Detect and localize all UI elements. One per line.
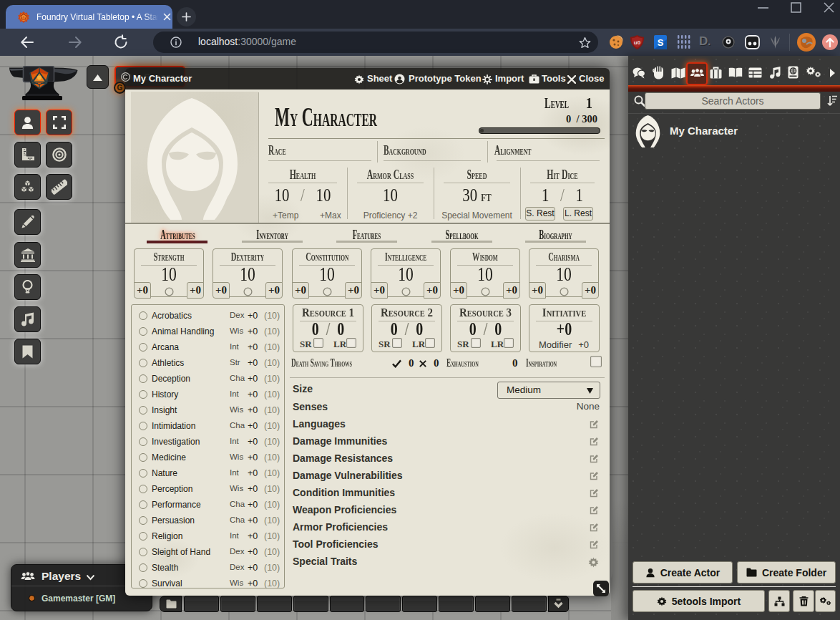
svg-text:u0: u0 — [634, 39, 641, 46]
svg-text:S: S — [658, 37, 664, 48]
